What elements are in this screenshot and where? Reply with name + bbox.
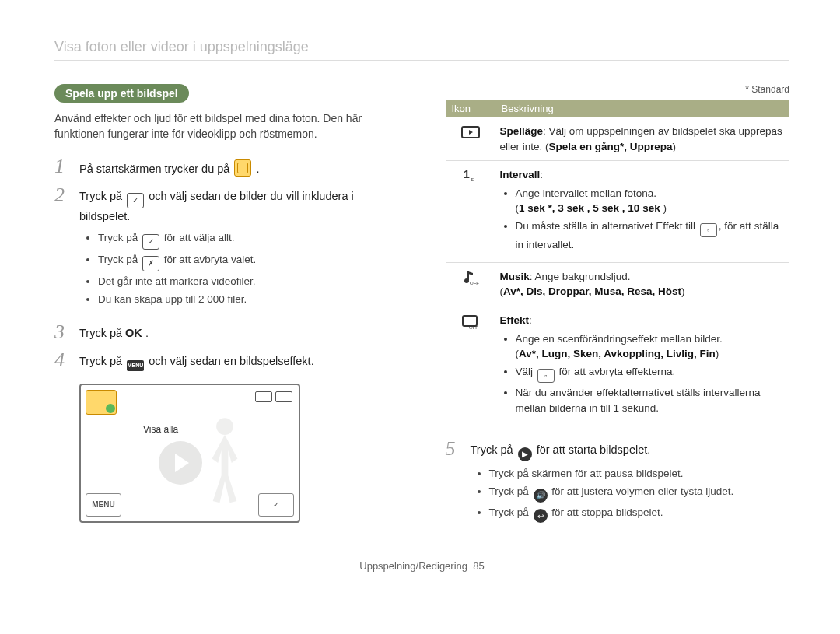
storage-indicators bbox=[255, 391, 292, 402]
step-text: Tryck på bbox=[79, 190, 125, 202]
bullet-text: för att avbryta valet. bbox=[161, 254, 256, 265]
step-number: 1 bbox=[54, 156, 70, 177]
app-icon bbox=[234, 159, 251, 177]
row-options: Spela en gång*, Upprepa bbox=[549, 141, 673, 152]
step-number: 4 bbox=[54, 350, 70, 370]
svg-text:OFF: OFF bbox=[470, 281, 479, 285]
back-icon: ↩ bbox=[534, 509, 548, 523]
bullet-text: Du måste ställa in alternativet Effekt t… bbox=[516, 220, 698, 232]
step-number: 5 bbox=[446, 439, 461, 459]
effect-off-icon: ▫ bbox=[537, 369, 555, 383]
standard-note: * Standard bbox=[446, 84, 790, 95]
step-text: . bbox=[145, 327, 149, 339]
step-text: Tryck på bbox=[79, 355, 125, 367]
row-options: Av*, Lugn, Sken, Avkoppling, Livlig, Fin bbox=[519, 348, 716, 359]
svg-text:1: 1 bbox=[464, 168, 470, 180]
select-icon: ✓ bbox=[127, 193, 144, 208]
playmode-icon bbox=[460, 124, 481, 141]
play-button-icon bbox=[159, 441, 202, 485]
step-number: 3 bbox=[54, 322, 70, 342]
bullet-text: Du kan skapa upp till 2 000 filer. bbox=[98, 292, 399, 307]
play-icon: ▶ bbox=[518, 447, 532, 461]
svg-point-0 bbox=[216, 418, 233, 435]
bullet-text: Tryck på bbox=[98, 232, 141, 243]
interval-icon: 1s bbox=[460, 167, 481, 184]
th-beskrivning: Beskrivning bbox=[495, 100, 790, 117]
music-icon: OFF bbox=[460, 269, 481, 286]
bullet-text: Tryck på bbox=[489, 506, 532, 518]
row-title: Intervall bbox=[500, 169, 541, 180]
row-title: Spelläge bbox=[500, 125, 544, 137]
effect-off-icon: ▫ bbox=[700, 223, 717, 237]
menu-button: MENU bbox=[86, 493, 121, 517]
thumbnail-icon bbox=[86, 390, 117, 415]
bullet-text: Välj bbox=[516, 366, 536, 377]
volume-icon: 🔊 bbox=[534, 489, 548, 503]
step-number: 2 bbox=[54, 185, 70, 205]
row-text: ) bbox=[673, 141, 677, 152]
menu-icon: MENU bbox=[127, 360, 144, 371]
page-footer: Uppspelning/Redigering 85 bbox=[54, 560, 789, 572]
page-title: Visa foton eller videor i uppspelningslä… bbox=[54, 39, 789, 61]
row-options: 1 sek *, 3 sek , 5 sek , 10 sek bbox=[519, 202, 663, 214]
svg-point-5 bbox=[464, 278, 469, 283]
bullet-text: Ange intervallet mellan fotona. bbox=[516, 187, 657, 199]
bullet-text: Tryck på bbox=[489, 485, 532, 497]
svg-text:OFF: OFF bbox=[469, 325, 478, 330]
step-text: . bbox=[256, 163, 259, 175]
select-all-icon: ✓ bbox=[142, 234, 159, 250]
bullet-text: för att välja allt. bbox=[161, 232, 235, 243]
left-column: Spela upp ett bildspel Använd effekter o… bbox=[54, 84, 399, 537]
step-text: och välj sedan en bildspelseffekt. bbox=[149, 355, 314, 367]
row-title: Effekt bbox=[500, 314, 530, 326]
options-table: Ikon Beskrivning Spelläge: Välj om uppsp… bbox=[446, 100, 790, 425]
row-options: Av*, Dis, Droppar, Musa, Resa, Höst bbox=[503, 285, 681, 297]
step-text: för att starta bildspelet. bbox=[537, 443, 651, 456]
bullet-text: för att avbryta effekterna. bbox=[556, 366, 676, 377]
cancel-select-icon: ✗ bbox=[142, 256, 159, 271]
row-text: : Ange bakgrundsljud. bbox=[530, 271, 631, 282]
silhouette-figure-icon bbox=[198, 416, 252, 510]
row-title: Musik bbox=[500, 271, 530, 282]
section-heading-pill: Spela upp ett bildspel bbox=[54, 84, 189, 103]
step-text: Tryck på bbox=[471, 443, 516, 456]
th-ikon: Ikon bbox=[446, 100, 495, 117]
right-column: * Standard Ikon Beskrivning Spelläge: Vä… bbox=[446, 84, 790, 537]
intro-text: Använd effekter och ljud för ett bildspe… bbox=[54, 110, 399, 142]
svg-marker-2 bbox=[469, 130, 473, 135]
bullet-text: för att justera volymen eller tysta ljud… bbox=[549, 485, 734, 497]
bullet-text: för att stoppa bildspelet. bbox=[549, 506, 663, 518]
ok-label: OK bbox=[125, 327, 142, 339]
bullet-text: Ange en scenförändringseffekt mellan bil… bbox=[516, 333, 723, 345]
step-text: På startskärmen trycker du på bbox=[79, 163, 233, 175]
bullet-text: Tryck på skärmen för att pausa bildspele… bbox=[489, 466, 790, 482]
camera-screenshot: Visa alla MENU ✓ bbox=[79, 384, 300, 523]
bullet-text: Tryck på bbox=[98, 254, 141, 265]
effect-icon: OFF bbox=[460, 313, 481, 330]
svg-text:s: s bbox=[471, 176, 474, 183]
bullet-text: När du använder effektalternativet ställ… bbox=[516, 385, 786, 415]
step-text: Tryck på bbox=[79, 327, 125, 339]
check-button: ✓ bbox=[258, 493, 294, 517]
bullet-text: Det går inte att markera videofiler. bbox=[98, 274, 399, 289]
visa-alla-label: Visa alla bbox=[143, 424, 178, 435]
